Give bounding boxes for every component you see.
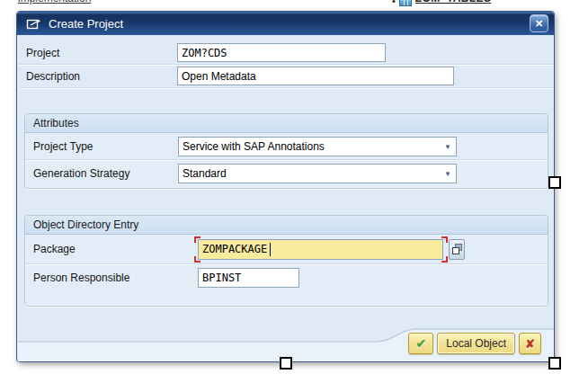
- generation-strategy-row: Generation Strategy Standard ▼: [25, 160, 548, 187]
- local-object-button[interactable]: Local Object: [437, 333, 515, 354]
- background-tree-item-zom-tables: • ZOM_TABLES: [392, 0, 572, 7]
- resize-handle-right[interactable]: [548, 176, 561, 189]
- bullet-icon: •: [392, 0, 396, 6]
- project-type-row: Project Type Service with SAP Annotation…: [25, 133, 548, 160]
- text-cursor: [270, 243, 271, 256]
- focus-bracket: [441, 236, 448, 243]
- attributes-group-header: Attributes: [25, 114, 548, 133]
- project-label: Project: [26, 47, 177, 59]
- background-text: implementation: [18, 0, 126, 4]
- project-row: Project: [19, 41, 554, 65]
- dialog-window-icon: [26, 17, 42, 31]
- package-input[interactable]: [198, 239, 443, 260]
- generation-strategy-dropdown[interactable]: Standard ▼: [178, 164, 457, 183]
- description-label: Description: [26, 70, 177, 83]
- local-object-label: Local Object: [446, 337, 506, 350]
- confirm-button[interactable]: ✔: [408, 333, 433, 354]
- package-field-focus-frame: [198, 239, 443, 260]
- check-icon: ✔: [415, 336, 426, 351]
- x-icon: ✘: [525, 337, 535, 351]
- footer-button-bar: ✔ Local Object ✘: [408, 333, 541, 354]
- person-responsible-row: Person Responsible: [25, 264, 548, 290]
- focus-bracket: [441, 256, 448, 263]
- dialog-title: Create Project: [49, 17, 123, 31]
- close-icon: ✕: [535, 19, 543, 29]
- description-row: Description: [19, 65, 554, 88]
- package-row: Package: [25, 235, 548, 264]
- cancel-button[interactable]: ✘: [519, 333, 541, 354]
- focus-bracket: [194, 236, 200, 243]
- generation-strategy-value: Standard: [183, 167, 227, 180]
- value-help-button[interactable]: [449, 239, 465, 260]
- resize-handle-corner[interactable]: [548, 357, 561, 370]
- package-label: Package: [33, 243, 198, 255]
- focus-bracket: [194, 256, 200, 263]
- close-button[interactable]: ✕: [530, 14, 548, 32]
- chevron-down-icon: ▼: [444, 142, 451, 150]
- dialog-titlebar[interactable]: Create Project ✕: [17, 12, 554, 35]
- create-project-dialog: Create Project ✕ Project Description Att…: [16, 11, 555, 362]
- description-input[interactable]: [177, 67, 454, 85]
- person-responsible-input[interactable]: [198, 268, 299, 288]
- project-type-label: Project Type: [33, 140, 178, 153]
- chevron-down-icon: ▼: [444, 170, 451, 178]
- person-responsible-label: Person Responsible: [33, 272, 198, 284]
- object-directory-group-header: Object Directory Entry: [25, 216, 548, 235]
- object-directory-group: Object Directory Entry Package Person R: [24, 215, 548, 307]
- project-type-value: Service with SAP Annotations: [183, 140, 325, 153]
- table-icon: [399, 0, 412, 6]
- generation-strategy-label: Generation Strategy: [33, 167, 178, 180]
- background-tree-item-implementation: implementation: [18, 0, 126, 6]
- screen: implementation • ZOM_TABLES Create Proje…: [0, 0, 588, 383]
- resize-handle-bottom[interactable]: [280, 357, 292, 370]
- overlapping-squares-icon: [452, 247, 459, 254]
- attributes-group: Attributes Project Type Service with SAP…: [24, 113, 548, 189]
- project-type-dropdown[interactable]: Service with SAP Annotations ▼: [178, 137, 457, 156]
- project-input[interactable]: [177, 43, 386, 62]
- background-text: ZOM_TABLES: [415, 0, 491, 4]
